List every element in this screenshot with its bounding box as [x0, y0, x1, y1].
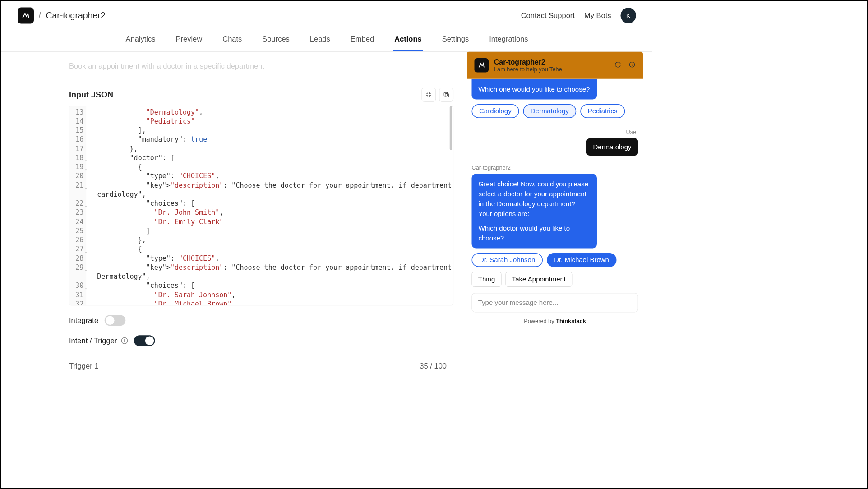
quick-action-thing[interactable]: Thing — [472, 272, 502, 287]
intent-trigger-toggle[interactable] — [134, 335, 155, 346]
chat-preview-panel: Car-tographer2 I am here to help you Teh… — [467, 52, 643, 371]
chat-subtitle: I am here to help you Tehe — [494, 66, 562, 73]
user-label: User — [472, 129, 638, 136]
chip-pediatrics[interactable]: Pediatrics — [580, 104, 625, 118]
action-editor-panel: Book an appointment with a doctor in a s… — [1, 52, 467, 371]
integrate-toggle[interactable] — [105, 315, 126, 326]
nav-tab-chats[interactable]: Chats — [221, 30, 243, 51]
integrate-label: Integrate — [69, 316, 98, 325]
bot-message: Great choice! Now, could you please sele… — [472, 174, 597, 249]
choice-chips-doctors: Dr. Sarah JohnsonDr. Michael Brown — [472, 253, 638, 267]
main-area: Book an appointment with a doctor in a s… — [1, 52, 652, 371]
project-name[interactable]: Car-tographer2 — [46, 10, 105, 21]
chip-doctor-0[interactable]: Dr. Sarah Johnson — [472, 253, 543, 267]
contact-support-link[interactable]: Contact Support — [521, 11, 575, 20]
chat-logo — [475, 58, 489, 73]
breadcrumb-separator: / — [39, 10, 41, 21]
copy-icon[interactable] — [439, 88, 454, 102]
json-editor[interactable]: 131415161718⌄19⌄2021⌄22⌄2324252627⌄2829⌄… — [69, 106, 453, 306]
bot-message-text: Which doctor would you like to choose? — [479, 223, 591, 243]
trigger-char-count: 35 / 100 — [420, 362, 447, 371]
app-logo[interactable] — [18, 8, 34, 24]
powered-by: Powered by Thinkstack — [472, 318, 638, 324]
bot-label: Car-tographer2 — [472, 165, 638, 171]
choice-chips-departments: CardiologyDermatologyPediatrics — [472, 104, 638, 118]
my-bots-link[interactable]: My Bots — [584, 11, 611, 20]
action-description: Book an appointment with a doctor in a s… — [69, 62, 453, 71]
nav-tab-settings[interactable]: Settings — [441, 30, 471, 51]
trigger-name[interactable]: Trigger 1 — [69, 362, 98, 371]
chat-input[interactable]: Type your message here... — [472, 293, 638, 313]
svg-rect-0 — [445, 94, 449, 97]
chip-doctor-1[interactable]: Dr. Michael Brown — [547, 253, 617, 267]
top-bar: / Car-tographer2 Contact Support My Bots… — [1, 1, 652, 30]
collapse-icon[interactable] — [422, 88, 436, 102]
input-json-label: Input JSON — [69, 90, 113, 100]
quick-action-take-appointment[interactable]: Take Appointment — [506, 272, 573, 287]
intent-trigger-label: Intent / Trigger — [69, 337, 117, 346]
nav-tabs: AnalyticsPreviewChatsSourcesLeadsEmbedAc… — [1, 30, 652, 52]
chat-title: Car-tographer2 — [494, 58, 562, 66]
nav-tab-preview[interactable]: Preview — [175, 30, 204, 51]
nav-tab-embed[interactable]: Embed — [349, 30, 375, 51]
user-message: Dermatology — [586, 138, 638, 156]
svg-rect-1 — [444, 92, 448, 96]
nav-tab-integrations[interactable]: Integrations — [488, 30, 529, 51]
info-icon[interactable] — [629, 61, 636, 69]
chat-header: Car-tographer2 I am here to help you Teh… — [467, 52, 643, 79]
bot-message: Which one would you like to choose? — [472, 79, 597, 100]
nav-tab-actions[interactable]: Actions — [393, 30, 423, 51]
user-avatar[interactable]: K — [621, 8, 637, 23]
nav-tab-analytics[interactable]: Analytics — [124, 30, 157, 51]
info-icon[interactable]: i — [121, 337, 128, 344]
chat-body: Which one would you like to choose? Card… — [467, 79, 643, 350]
chip-dermatology[interactable]: Dermatology — [523, 104, 576, 118]
topbar-left: / Car-tographer2 — [18, 8, 106, 24]
quick-actions: ThingTake Appointment — [472, 272, 638, 287]
nav-tab-leads[interactable]: Leads — [309, 30, 332, 51]
topbar-right: Contact Support My Bots K — [521, 8, 636, 23]
chip-cardiology[interactable]: Cardiology — [472, 104, 519, 118]
editor-scrollbar[interactable] — [450, 106, 452, 151]
bot-message-text: Great choice! Now, could you please sele… — [479, 180, 591, 219]
chat-widget: Car-tographer2 I am here to help you Teh… — [467, 52, 643, 350]
refresh-icon[interactable] — [614, 61, 621, 69]
nav-tab-sources[interactable]: Sources — [261, 30, 291, 51]
